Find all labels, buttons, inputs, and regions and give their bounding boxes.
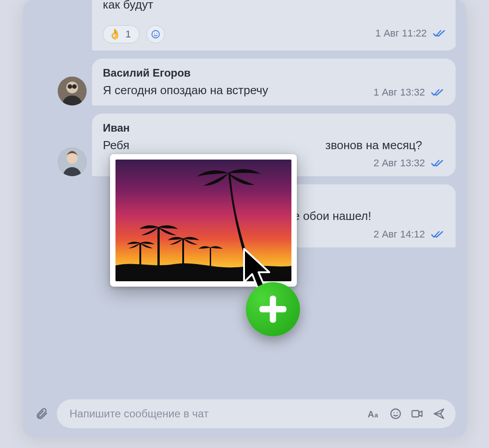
svg-point-6 (72, 84, 77, 89)
svg-point-5 (68, 84, 72, 89)
send-icon (433, 407, 445, 420)
svg-rect-18 (139, 243, 141, 268)
svg-rect-16 (157, 227, 160, 268)
svg-rect-17 (182, 238, 184, 268)
svg-rect-15 (115, 160, 291, 281)
composer: A a (57, 399, 456, 428)
composer-row: A a (33, 399, 456, 428)
reaction-count: 1 (125, 28, 131, 40)
message-meta: 1 Авг 11:22 (375, 27, 447, 39)
add-reaction-button[interactable] (147, 25, 165, 43)
svg-point-12 (393, 412, 394, 413)
message-sender: Василий Егоров (103, 67, 445, 79)
message-text: Я сегодня опоздаю на встречу (103, 83, 268, 98)
message-bubble[interactable]: Василий Егоров Я сегодня опоздаю на встр… (92, 59, 456, 105)
svg-point-0 (152, 31, 160, 38)
reaction-row: 👌 1 (103, 25, 165, 43)
read-checks-icon (433, 29, 447, 38)
svg-rect-19 (210, 247, 211, 268)
svg-point-1 (154, 33, 155, 34)
avatar[interactable] (58, 77, 87, 105)
drag-preview-image (115, 160, 291, 281)
emoji-button[interactable] (389, 407, 402, 421)
svg-point-13 (397, 412, 397, 413)
message-timestamp: 2 Авг 14:12 (374, 229, 425, 240)
svg-point-2 (157, 33, 157, 34)
ok-hand-emoji: 👌 (109, 28, 121, 40)
reaction-chip[interactable]: 👌 1 (103, 25, 139, 43)
message-timestamp: 1 Авг 13:32 (374, 87, 425, 98)
svg-point-11 (391, 409, 401, 419)
message-bubble[interactable]: как будут 👌 1 (92, 0, 456, 50)
message-text-fragment: е обои нашел! (293, 209, 371, 223)
avatar[interactable] (58, 147, 87, 176)
svg-point-8 (67, 153, 78, 164)
message-timestamp: 1 Авг 11:22 (375, 27, 427, 39)
attach-button[interactable] (33, 406, 50, 422)
message-row: как будут 👌 1 (33, 0, 456, 50)
message-text: как будут (103, 0, 447, 13)
smile-icon (151, 29, 161, 39)
message-meta: 1 Авг 13:32 (374, 87, 445, 98)
read-checks-icon (431, 159, 445, 168)
svg-text:a: a (374, 411, 378, 419)
send-button[interactable] (432, 407, 446, 421)
message-input[interactable] (69, 407, 359, 420)
read-checks-icon (431, 230, 445, 239)
svg-text:A: A (368, 409, 374, 419)
message-row: Василий Егоров Я сегодня опоздаю на встр… (33, 59, 456, 105)
svg-rect-14 (412, 411, 419, 417)
video-button[interactable] (411, 407, 424, 421)
message-text-fragment: звонов на месяц? (325, 138, 422, 152)
drag-preview[interactable] (110, 154, 297, 287)
video-icon (411, 407, 424, 420)
message-sender: Иван (103, 122, 445, 134)
message-text-fragment: Ребя (103, 138, 129, 152)
message-text: Ребя звонов на месяц? (103, 138, 445, 153)
smile-icon (389, 407, 402, 420)
format-button[interactable]: A a (367, 407, 381, 421)
message-timestamp: 2 Авг 13:32 (374, 157, 425, 169)
paperclip-icon (35, 407, 48, 421)
read-checks-icon (431, 88, 445, 97)
text-format-icon: A a (368, 407, 380, 420)
